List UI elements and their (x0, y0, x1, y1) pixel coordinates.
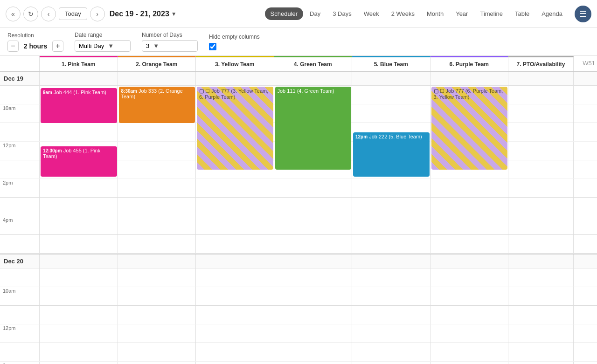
slot-end-19-0 (574, 86, 597, 104)
slot-blue-19-1 (352, 104, 430, 123)
slot-pto-19-6 (508, 198, 574, 216)
slot-blue-19-6 (352, 198, 430, 216)
next-button[interactable]: › (90, 7, 105, 21)
date-range-select[interactable]: Multi Day ▼ (75, 40, 131, 52)
slot-purple-19-8 (430, 235, 509, 253)
resolution-label: Resolution (7, 32, 63, 39)
slot-yellow-19-8 (196, 235, 274, 253)
resolution-group: Resolution − 2 hours + (7, 32, 63, 52)
resolution-value: 2 hours (21, 42, 49, 50)
slot-purple-19-7 (430, 216, 509, 234)
num-days-select[interactable]: 3 ▼ (142, 40, 198, 52)
column-headers: 1. Pink Team 2. Orange Team 3. Yellow Te… (0, 56, 597, 72)
slot-end-19-8 (574, 235, 597, 253)
tab-day[interactable]: Day (304, 7, 326, 20)
day19-rows: 10am (0, 86, 597, 254)
top-nav: « ↻ ‹ Today › Dec 19 - 21, 2023 ▼ Schedu… (0, 0, 597, 28)
slot-row-19-5: 2pm (0, 179, 597, 198)
day-label-dec20: Dec 20 (0, 254, 40, 268)
back-back-button[interactable]: « (6, 7, 21, 21)
slot-end-19-5 (574, 179, 597, 197)
hide-empty-group: Hide empty columns (209, 34, 260, 50)
tab-2weeks[interactable]: 2 Weeks (386, 7, 420, 20)
day-label-dec19: Dec 19 (0, 72, 40, 85)
slot-yellow-19-5 (196, 179, 274, 197)
dt-week (574, 72, 597, 85)
tab-year[interactable]: Year (450, 7, 473, 20)
dt-blue (352, 72, 430, 85)
slot-time-19-4 (0, 160, 40, 179)
slot-pink-19-6 (40, 198, 118, 216)
slot-pto-19-2 (508, 123, 574, 141)
num-days-label: Number of Days (142, 32, 198, 38)
slot-time-19-6 (0, 198, 40, 216)
col-header-yellow: 3. Yellow Team (196, 56, 274, 71)
scheduler-layout: 1. Pink Team 2. Orange Team 3. Yellow Te… (0, 56, 597, 364)
slot-pto-19-3 (508, 142, 574, 160)
col-header-pto: 7. PTO/Availability (508, 56, 574, 71)
slot-blue-19-7 (352, 216, 430, 234)
slot-pto-19-1 (508, 104, 574, 123)
hamburger-menu-button[interactable]: ☰ (575, 6, 591, 22)
slot-green-19-5 (274, 179, 353, 197)
date-range-label: Dec 19 - 21, 2023 ▼ (110, 10, 177, 18)
prev-button[interactable]: ‹ (41, 7, 56, 21)
slot-orange-19-5 (118, 179, 196, 197)
tab-week[interactable]: Week (358, 7, 385, 20)
num-days-group: Number of Days 3 ▼ (142, 32, 198, 52)
slot-time-19-7: 4pm (0, 216, 40, 234)
date-range-control-label: Date range (75, 32, 131, 38)
slot-end-19-7 (574, 216, 597, 234)
today-button[interactable]: Today (59, 7, 87, 20)
slot-end-19-2 (574, 123, 597, 141)
tab-agenda[interactable]: Agenda (536, 7, 568, 20)
hide-empty-label: Hide empty columns (209, 34, 260, 40)
day-block-dec20: Dec 20 10am (0, 254, 597, 364)
slot-pink-19-2 (40, 123, 118, 141)
dt-pto (508, 72, 574, 85)
slot-time-19-8 (0, 235, 40, 253)
slot-end-19-4 (574, 160, 597, 179)
slot-blue-19-0 (352, 86, 430, 104)
slot-purple-19-5 (430, 179, 509, 197)
slot-time-19-0 (0, 86, 40, 104)
slot-orange-19-3 (118, 142, 196, 160)
tab-3days[interactable]: 3 Days (327, 7, 357, 20)
slot-orange-19-6 (118, 198, 196, 216)
day-block-dec19: Dec 19 (0, 72, 597, 254)
tab-month[interactable]: Month (421, 7, 449, 20)
hide-empty-checkbox[interactable] (209, 43, 216, 50)
time-header-spacer (0, 56, 40, 71)
slot-end-19-6 (574, 198, 597, 216)
day20-rows: 10am 12pm (0, 268, 597, 364)
col-header-orange: 2. Orange Team (118, 56, 196, 71)
resolution-increase-button[interactable]: + (52, 41, 63, 52)
refresh-button[interactable]: ↻ (23, 7, 38, 21)
date-range-group: Date range Multi Day ▼ (75, 32, 131, 52)
day-title-dec19: Dec 19 (0, 72, 597, 86)
slot-row-19-8 (0, 235, 597, 254)
resolution-decrease-button[interactable]: − (7, 41, 19, 52)
tab-table[interactable]: Table (509, 7, 535, 20)
slot-green-19-7 (274, 216, 353, 234)
num-days-chevron: ▼ (153, 42, 159, 49)
scheduler-scroll[interactable]: Dec 19 (0, 72, 597, 364)
slot-blue-19-8 (352, 235, 430, 253)
slot-end-19-3 (574, 142, 597, 160)
col-header-pink: 1. Pink Team (40, 56, 118, 71)
tab-timeline[interactable]: Timeline (474, 7, 508, 20)
slot-pto-19-5 (508, 179, 574, 197)
slot-pink-19-5 (40, 179, 118, 197)
hide-empty-checkbox-wrap (209, 43, 216, 50)
col-header-purple: 6. Purple Team (430, 56, 509, 71)
slot-orange-19-7 (118, 216, 196, 234)
slot-time-19-5: 2pm (0, 179, 40, 197)
date-range-chevron: ▼ (171, 11, 177, 17)
slot-pink-19-7 (40, 216, 118, 234)
dt-pink (40, 72, 118, 85)
col-header-blue: 5. Blue Team (352, 56, 430, 71)
dt-purple (430, 72, 509, 85)
slot-time-19-2 (0, 123, 40, 141)
tab-scheduler[interactable]: Scheduler (265, 7, 304, 20)
slot-green-19-8 (274, 235, 353, 253)
